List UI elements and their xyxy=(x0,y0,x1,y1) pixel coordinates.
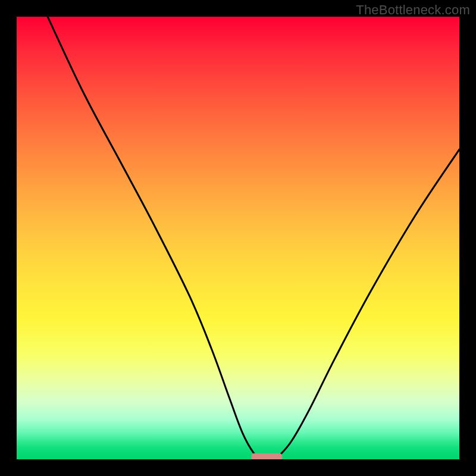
chart-frame: TheBottleneck.com xyxy=(0,0,476,476)
optimal-marker xyxy=(251,453,282,459)
curve-left-branch xyxy=(48,17,260,457)
chart-svg xyxy=(17,17,459,459)
plot-area xyxy=(17,17,459,459)
optimal-marker-rect xyxy=(251,453,282,459)
watermark-text: TheBottleneck.com xyxy=(356,2,470,18)
curve-right-branch xyxy=(278,149,459,457)
bottleneck-curve xyxy=(48,17,459,457)
